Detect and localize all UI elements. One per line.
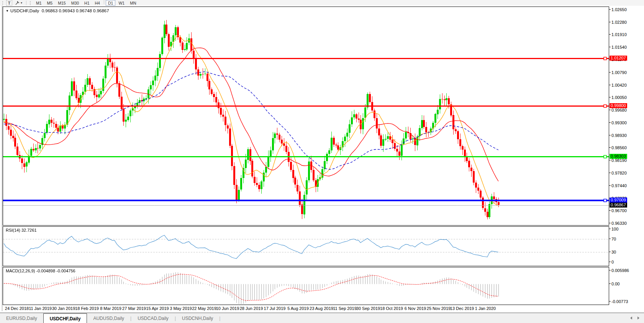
tab-scroll-left-button[interactable]	[630, 316, 632, 320]
date-tick-label: 30 Sep 2019	[356, 306, 380, 311]
axis-tick-mark	[609, 223, 611, 223]
rsi-canvas[interactable]	[3, 227, 609, 266]
hline-price-label: 1.01207	[610, 56, 627, 61]
timeframe-button-d1[interactable]: D1	[106, 0, 115, 6]
date-tick-label: 24 Dec 2018	[5, 306, 29, 311]
axis-tick-label: 1.00420	[611, 83, 627, 87]
tab-scroll-right-button[interactable]	[637, 316, 639, 320]
toolbar-grip[interactable]	[30, 1, 32, 5]
chart-ohlc-header: ▼USDCHF,Daily 0.96863 0.96943 0.96748 0.…	[6, 8, 109, 13]
axis-tick-mark	[609, 185, 611, 186]
axis-tick-mark	[609, 239, 611, 239]
date-tick-label: 25 Nov 2019	[427, 306, 451, 311]
axis-tick-mark	[609, 22, 611, 22]
ohlc-close: 0.96867	[93, 8, 109, 13]
axis-tick-mark	[609, 9, 611, 10]
dropdown-caret-icon: ▾	[21, 1, 22, 5]
axis-tick-label: 0.99680	[611, 108, 627, 112]
chart-tab-eurusd[interactable]: EURUSD,Daily	[0, 313, 43, 323]
axis-tick-label: 1.00050	[611, 95, 627, 100]
axis-tick-label: 0.97820	[611, 171, 627, 175]
cursor-tool-button[interactable]: ▾	[13, 0, 25, 6]
axis-tick-mark	[609, 210, 611, 211]
crosshair-tool-icon	[15, 1, 20, 5]
timeframe-button-m30[interactable]: M30	[69, 0, 81, 6]
toolbar: T ▾ M1M5M15M30H1H4D1W1MN	[0, 0, 644, 6]
axis-tick-label: 30	[611, 250, 616, 254]
axis-tick-mark	[609, 229, 611, 229]
timeframe-button-m15[interactable]: M15	[56, 0, 68, 6]
axis-tick-mark	[609, 135, 611, 135]
chart-region: ▼USDCHF,Daily 0.96863 0.96943 0.96748 0.…	[0, 6, 644, 313]
hline-price-label: 0.97009	[610, 198, 627, 203]
axis-tick-mark	[609, 160, 611, 160]
axis-tick-label: 1.00790	[611, 70, 627, 75]
timeframe-button-m1[interactable]: M1	[34, 0, 44, 6]
date-tick-label: 11 Jan 2019	[29, 306, 52, 311]
chart-title: USDCHF,Daily	[10, 8, 39, 13]
tab-divider: |	[219, 313, 220, 323]
date-tick-label: 18 Feb 2019	[75, 306, 99, 311]
axis-tick-mark	[609, 301, 611, 302]
axis-tick-mark	[609, 85, 611, 85]
chart-tab-usdcad[interactable]: USDCAD,Daily	[131, 313, 175, 323]
axis-tick-label: 100	[611, 227, 618, 231]
date-tick-label: 11 Sep 2019	[333, 306, 357, 311]
macd-canvas[interactable]	[3, 267, 609, 305]
chart-tab-usdcnh[interactable]: USDCNH,Daily	[176, 313, 219, 323]
axis-tick-label: 0	[611, 260, 614, 264]
mt4-window: T ▾ M1M5M15M30H1H4D1W1MN ▼USDCHF,Daily 0…	[0, 0, 644, 323]
chart-tab-usdchf[interactable]: USDCHF,Daily	[43, 313, 87, 323]
date-tick-label: 27 Mar 2019	[122, 306, 146, 311]
text-tool-button[interactable]: T	[6, 0, 12, 6]
axis-tick-label: 1.01910	[611, 32, 627, 37]
date-tick-label: 18 Oct 2019	[380, 306, 403, 311]
toolbar-grip[interactable]	[2, 1, 4, 5]
price-chart-canvas[interactable]	[3, 7, 609, 225]
axis-tick-label: 0.96330	[611, 221, 627, 226]
axis-tick-label: 0.005986	[611, 268, 629, 273]
rsi-label: RSI(14) 32.7261	[6, 228, 37, 232]
macd-label: MACD(12,26,9) -0.004898 -0.004756	[6, 269, 75, 273]
date-tick-label: 15 Apr 2019	[146, 306, 169, 311]
hline-price-label: 0.98303	[610, 154, 627, 159]
date-tick-label: 6 Nov 2019	[405, 306, 426, 311]
date-tick-label: 1 Jan 2020	[475, 306, 496, 311]
date-tick-label: 3 May 2019	[170, 306, 192, 311]
collapse-triangle-icon[interactable]: ▼	[6, 9, 9, 13]
axis-tick-mark	[609, 72, 611, 73]
date-tick-label: 17 Jul 2019	[264, 306, 286, 311]
axis-tick-label: 1.01540	[611, 45, 627, 49]
axis-tick-label: 0.97440	[611, 183, 627, 188]
chart-tab-audusd[interactable]: AUDUSD,Daily	[87, 313, 130, 323]
macd-panel: MACD(12,26,9) -0.004898 -0.004756	[3, 267, 609, 305]
date-tick-label: 28 Jun 2019	[240, 306, 263, 311]
ohlc-high: 0.96943	[59, 8, 75, 13]
timeframe-button-mn[interactable]: MN	[128, 0, 138, 6]
toolbar-separator	[104, 0, 104, 4]
axis-tick-label: 0.98930	[611, 133, 627, 138]
axis-tick-mark	[609, 97, 611, 97]
axis-tick-mark	[609, 122, 611, 123]
time-axis[interactable]: 24 Dec 201811 Jan 201930 Jan 201918 Feb …	[0, 306, 609, 312]
window-edge-line	[2, 6, 2, 311]
axis-tick-label: 0.96700	[611, 208, 627, 213]
current-price-label: 0.96867	[610, 203, 627, 208]
price-axis[interactable]: 1.026501.022801.019101.015401.011701.007…	[609, 6, 644, 311]
axis-tick-mark	[609, 34, 611, 35]
date-tick-label: 10 Jun 2019	[216, 306, 239, 311]
timeframe-button-h1[interactable]: H1	[82, 0, 92, 6]
axis-tick-mark	[609, 147, 611, 148]
tab-scroll-buttons	[630, 313, 639, 323]
rsi-panel: RSI(14) 32.7261	[3, 226, 609, 266]
date-tick-label: 5 Aug 2019	[287, 306, 309, 311]
axis-tick-label: 1.02650	[611, 7, 627, 12]
axis-tick-label: -0.00773	[611, 299, 628, 304]
date-tick-label: 8 Mar 2019	[100, 306, 121, 311]
axis-tick-label: 1.02280	[611, 20, 627, 25]
timeframe-button-w1[interactable]: W1	[116, 0, 127, 6]
timeframe-button-m5[interactable]: M5	[45, 0, 55, 6]
timeframe-button-h4[interactable]: H4	[93, 0, 102, 6]
axis-tick-mark	[609, 262, 611, 262]
hline-price-label: 0.99800	[610, 103, 627, 108]
